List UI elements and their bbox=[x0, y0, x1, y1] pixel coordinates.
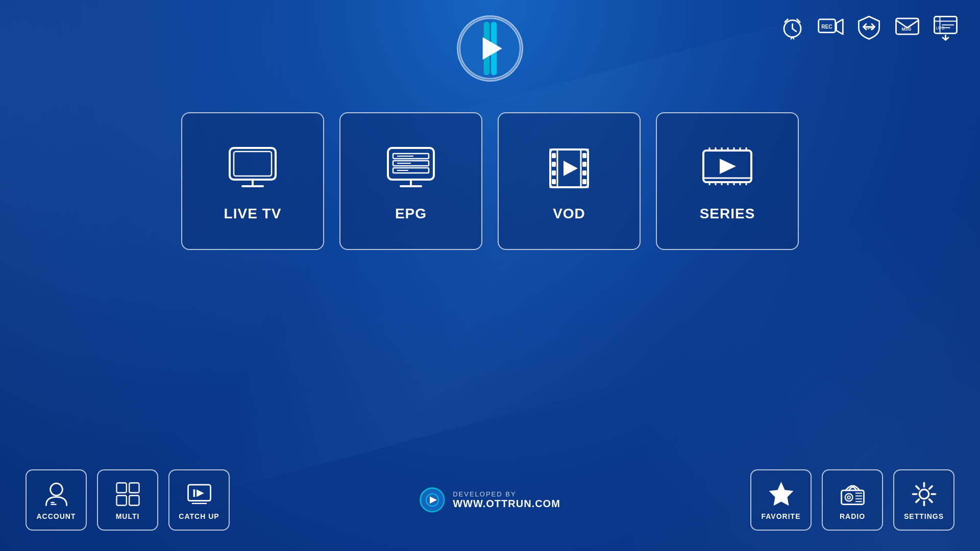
svg-rect-77 bbox=[129, 483, 139, 492]
live-tv-label: LIVE TV bbox=[224, 206, 282, 222]
epg-icon bbox=[383, 140, 439, 196]
catch-up-btn[interactable]: CATCH UP bbox=[168, 469, 230, 531]
svg-text:UPD: UPD bbox=[936, 26, 944, 31]
series-card[interactable]: SERIES bbox=[656, 112, 799, 250]
vod-label: VOD bbox=[553, 206, 585, 222]
rec-icon-btn[interactable]: REC bbox=[817, 13, 845, 41]
svg-point-73 bbox=[50, 483, 62, 495]
account-icon bbox=[42, 480, 70, 508]
svg-line-6 bbox=[793, 29, 796, 32]
app-logo bbox=[457, 15, 523, 82]
svg-line-102 bbox=[929, 499, 932, 502]
radio-label: RADIO bbox=[840, 512, 865, 520]
top-right-toolbar: REC VPN bbox=[778, 13, 960, 41]
svg-marker-72 bbox=[720, 159, 736, 174]
svg-line-104 bbox=[916, 499, 919, 502]
radio-icon bbox=[839, 480, 867, 508]
dev-logo bbox=[420, 487, 445, 513]
account-label: ACCOUNT bbox=[37, 512, 76, 520]
svg-marker-12 bbox=[837, 19, 843, 34]
radio-btn[interactable]: RADIO bbox=[822, 469, 883, 531]
svg-rect-79 bbox=[129, 495, 139, 505]
main-navigation-grid: LIVE TV EPG bbox=[181, 112, 799, 250]
svg-rect-54 bbox=[582, 179, 586, 184]
account-btn[interactable]: ACCOUNT bbox=[26, 469, 87, 531]
svg-rect-31 bbox=[230, 148, 276, 180]
live-tv-card[interactable]: LIVE TV bbox=[181, 112, 324, 250]
svg-marker-83 bbox=[197, 489, 204, 497]
multi-icon bbox=[114, 480, 142, 508]
developer-credit: DEVELOPED BY WWW.OTTRUN.COM bbox=[420, 487, 560, 513]
svg-point-90 bbox=[845, 493, 852, 501]
alarm-icon-btn[interactable] bbox=[778, 13, 806, 41]
bottom-left-actions: ACCOUNT MULTI bbox=[26, 469, 230, 531]
svg-marker-88 bbox=[770, 483, 792, 505]
vod-icon bbox=[541, 140, 597, 196]
settings-btn[interactable]: SETTINGS bbox=[893, 469, 954, 531]
svg-rect-47 bbox=[552, 153, 556, 158]
svg-rect-52 bbox=[582, 162, 586, 167]
bottom-bar: ACCOUNT MULTI bbox=[0, 469, 980, 531]
dev-text: DEVELOPED BY WWW.OTTRUN.COM bbox=[453, 490, 560, 510]
settings-label: SETTINGS bbox=[904, 512, 944, 520]
catch-up-label: CATCH UP bbox=[179, 512, 219, 520]
svg-point-96 bbox=[919, 489, 928, 498]
svg-rect-20 bbox=[896, 18, 919, 34]
svg-rect-53 bbox=[582, 170, 586, 176]
svg-rect-50 bbox=[552, 179, 556, 184]
svg-rect-49 bbox=[552, 170, 556, 176]
svg-marker-55 bbox=[564, 161, 578, 176]
favorite-icon bbox=[767, 480, 795, 508]
series-label: SERIES bbox=[700, 206, 755, 222]
epg-card[interactable]: EPG bbox=[339, 112, 482, 250]
bottom-right-actions: FAVORITE bbox=[750, 469, 954, 531]
favorite-label: FAVORITE bbox=[762, 512, 801, 520]
favorite-btn[interactable]: FAVORITE bbox=[750, 469, 812, 531]
svg-text:VPN: VPN bbox=[864, 26, 874, 31]
update-icon-btn[interactable]: UPD bbox=[932, 13, 960, 41]
svg-point-91 bbox=[847, 496, 850, 499]
svg-line-103 bbox=[929, 486, 932, 489]
svg-text:REC: REC bbox=[821, 24, 832, 30]
multi-label: MULTI bbox=[116, 512, 140, 520]
vod-card[interactable]: VOD bbox=[498, 112, 641, 250]
header: REC VPN bbox=[0, 0, 980, 82]
vpn-icon-btn[interactable]: VPN bbox=[855, 13, 883, 41]
msg-icon-btn[interactable]: MSG bbox=[893, 13, 921, 41]
catch-up-icon bbox=[185, 480, 213, 508]
svg-rect-48 bbox=[552, 162, 556, 167]
svg-rect-78 bbox=[116, 495, 126, 505]
dev-url: WWW.OTTRUN.COM bbox=[453, 498, 560, 510]
svg-rect-51 bbox=[582, 153, 586, 158]
live-tv-icon bbox=[225, 140, 281, 196]
svg-rect-76 bbox=[116, 483, 126, 492]
series-icon bbox=[699, 140, 755, 196]
svg-text:MSG: MSG bbox=[902, 27, 912, 32]
epg-label: EPG bbox=[395, 206, 427, 222]
svg-rect-34 bbox=[234, 152, 272, 176]
multi-btn[interactable]: MULTI bbox=[97, 469, 158, 531]
svg-line-101 bbox=[916, 486, 919, 489]
svg-rect-84 bbox=[193, 489, 195, 497]
dev-prefix: DEVELOPED BY bbox=[453, 490, 560, 498]
settings-icon bbox=[910, 480, 938, 508]
